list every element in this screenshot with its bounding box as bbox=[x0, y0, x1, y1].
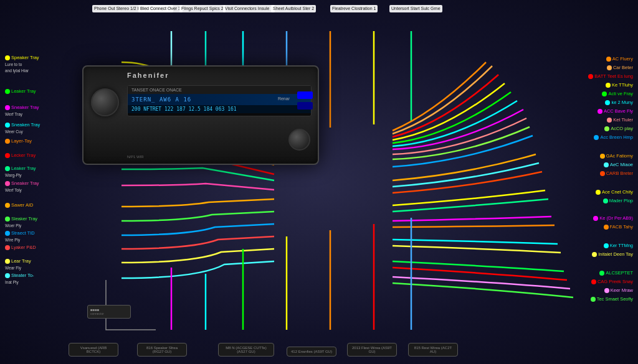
right-label-ke-dr-per: Ke (Dr Per AB9) bbox=[593, 215, 633, 222]
right-label-initalet: Initalet Deen Tay bbox=[592, 251, 633, 258]
right-label-carb-breter: CARB Breter bbox=[600, 170, 633, 177]
radio-brand: Fahenifer bbox=[127, 72, 169, 79]
right-label-alcseptet: ALCSEPTET bbox=[599, 270, 633, 277]
radio-display: TANSET ONACE ONACE 3TERN_ AW6 A 16 200 N… bbox=[127, 85, 312, 116]
top-label-3: Flings Repuct Spics 2 bbox=[179, 5, 226, 12]
right-label-aec-miaoe: AeC Miaoe bbox=[604, 162, 633, 169]
display-top-row: TANSET ONACE ONACE bbox=[128, 86, 311, 94]
right-label-tec-smaet: Tec Smaet Seofly bbox=[591, 296, 633, 303]
right-label-acc-breen: Acc Breen Hmp bbox=[594, 134, 633, 141]
top-label-7: Untersort Start Sulc Grne bbox=[389, 5, 442, 12]
bottom-connector-1: Vsanuesd (ARB BCTCK) bbox=[69, 343, 118, 357]
right-label-car-beter: Car Beter bbox=[607, 65, 633, 72]
left-label-leaker-tray: Leaker Tray bbox=[5, 88, 36, 95]
right-label-keer-mraw: Keer Mraw bbox=[604, 287, 633, 294]
bottom-connector-2: 816 Speaker Sfrea (RG27 GU) bbox=[137, 343, 187, 357]
bottom-connector-5: 2013 Flest Wirea (AS9T GU) bbox=[347, 343, 397, 357]
bottom-connector-4: 412 Ensnfies (AS9T GU) bbox=[287, 347, 336, 357]
right-label-mader-plop: Mader Plop bbox=[603, 198, 633, 205]
display-bottom-row: 200 NFTRET 122 187 12.5 184 063 161 bbox=[128, 105, 311, 113]
bottom-connector-6: 815 Rest Wirea (AC2T AU) bbox=[408, 343, 458, 357]
top-label-2: Bled Connect Over 3 bbox=[138, 5, 183, 12]
radio-button-blue1[interactable] bbox=[297, 91, 313, 99]
left-connector-box: ■■■■ connector bbox=[87, 305, 131, 319]
right-label-ac-fluery: AC Fluery bbox=[606, 56, 633, 63]
left-label-sneaker-tray2: Sneaker Tray Werf Toly bbox=[5, 180, 39, 194]
left-label-sneaken-tray: Sneaken Tray Weer Cuy bbox=[5, 122, 40, 135]
left-label-lear-tray: Lear Tray Wear Fly bbox=[5, 258, 31, 271]
display-freq-text: 200 NFTRET 122 187 12.5 184 063 161 bbox=[131, 106, 237, 112]
top-label-5: Sheet Autblout Ster 2 bbox=[271, 5, 316, 12]
right-label-acc-bave-fly: ACC Bave Fly bbox=[598, 108, 633, 115]
right-label-ke-ttluhy: Ke TTluhy bbox=[606, 82, 633, 89]
left-label-lyaker: Lyaker P&D bbox=[5, 245, 36, 251]
radio-bottom-row: N/P1 WIR bbox=[127, 155, 287, 159]
right-label-batt: BATT Teet Es lung bbox=[588, 73, 633, 80]
left-label-leaker-tray2: Leaker Tray Warg-Ply bbox=[5, 166, 36, 179]
right-label-ace-cnet: Ace Cnet Chity bbox=[596, 189, 633, 196]
right-label-ke2-muny: ke 2 Muny bbox=[605, 100, 633, 106]
right-label-gac-fatiomy: GAc Fatiomy bbox=[600, 153, 633, 160]
right-label-ket-tiuler: Ket Tiuler bbox=[607, 117, 633, 124]
right-label-cag-preek: CAG Preek Snay bbox=[591, 279, 633, 286]
bottom-connector-3: M8 N (ACGESE CUTTe) (AS27 GU) bbox=[218, 343, 274, 357]
left-label-straect-tid: Straect TID Wire Ply bbox=[5, 230, 35, 243]
left-label-sawer-aid: Sawer AID bbox=[5, 202, 33, 209]
radio-unit: Fahenifer TANSET ONACE ONACE 3TERN_ AW6 … bbox=[82, 65, 319, 165]
left-label-speaker-tray: Speaker Tray Lure to to and lytal Hiar bbox=[5, 55, 39, 75]
display-main-text: 3TERN_ AW6 A 16 bbox=[131, 96, 191, 103]
right-label-acco-play: AcCO play bbox=[604, 126, 633, 133]
radio-bottom-text: N/P1 WIR bbox=[127, 155, 144, 159]
radio-knob-right[interactable] bbox=[288, 129, 310, 151]
right-label-facb-tahy: FACB Tahy bbox=[604, 224, 633, 231]
renar-label: Renar bbox=[278, 96, 290, 101]
left-label-sleaker-tray: Sleaker Tray Woer Ply bbox=[5, 216, 37, 229]
radio-knob-left[interactable] bbox=[91, 88, 119, 116]
display-tanset: TANSET ONACE ONACE bbox=[131, 88, 182, 92]
left-label-lecker-tray: Lecker Tray bbox=[5, 152, 36, 159]
left-label-layer-tay: Layer-Tay bbox=[5, 138, 32, 145]
radio-button-blue2[interactable] bbox=[297, 102, 313, 110]
left-label-steater: Steater To- Inat Ply bbox=[5, 273, 34, 286]
left-label-sneaker-tray: Sneaker Tray Werf Tray bbox=[5, 105, 39, 118]
top-label-4: Visit Connectors Insule 1 bbox=[223, 5, 275, 12]
right-label-ker-ttmng: Ker TTMng bbox=[604, 243, 633, 250]
right-label-active-fray: Acti ve Fray bbox=[602, 91, 633, 98]
top-label-6: Fleatreve Clostration 1 bbox=[330, 5, 378, 12]
